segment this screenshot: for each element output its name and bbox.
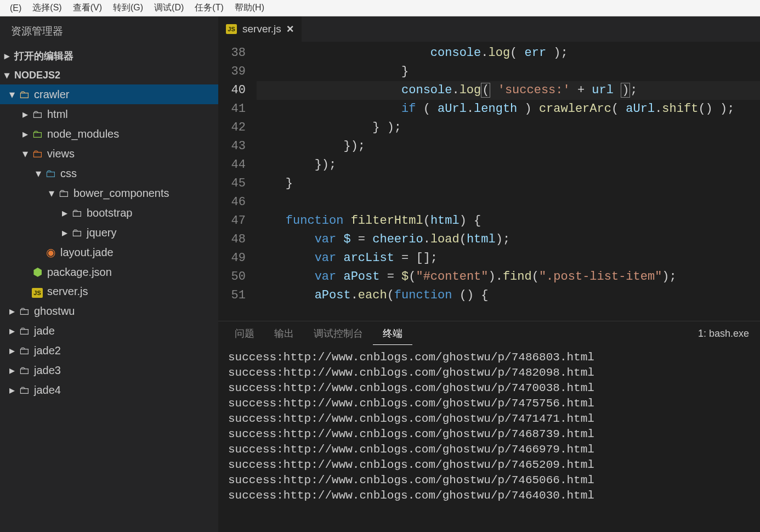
- jade-file-icon: ◉: [44, 246, 57, 259]
- menu-item[interactable]: 查看(V): [67, 2, 107, 14]
- tree-folder[interactable]: 🗀jade3: [0, 360, 218, 380]
- panel-tabs: 问题 输出 调试控制台 终端 1: bash.exe: [218, 321, 760, 346]
- terminal-line: success:http://www.cnblogs.com/ghostwu/p…: [228, 442, 750, 457]
- tree-file[interactable]: ◉layout.jade: [0, 242, 218, 262]
- menu-item[interactable]: (E): [4, 3, 27, 13]
- tree-item-label: bootstrap: [87, 207, 132, 219]
- code-line[interactable]: }: [257, 174, 760, 193]
- code-line[interactable]: var arcList = [];: [257, 249, 760, 268]
- terminal-line: success:http://www.cnblogs.com/ghostwu/p…: [228, 381, 750, 396]
- tree-item-label: node_modules: [47, 128, 119, 140]
- tree-item-label: jade4: [34, 384, 61, 397]
- folder-icon: 🗀: [18, 364, 31, 377]
- tree-item-label: jade2: [34, 344, 61, 357]
- code-lines[interactable]: console.log( err ); } console.log( 'succ…: [257, 42, 760, 321]
- chevron-right-icon: [59, 226, 70, 239]
- tree-folder[interactable]: 🗀html: [0, 104, 218, 124]
- tree-item-label: css: [60, 167, 77, 180]
- code-line[interactable]: console.log( 'success:' + url );: [257, 81, 760, 100]
- code-line[interactable]: }: [257, 63, 760, 81]
- chevron-right-icon: [7, 383, 18, 397]
- close-icon[interactable]: ×: [287, 22, 294, 36]
- tab-filename: server.js: [242, 23, 281, 35]
- tree-folder[interactable]: 🗀jquery: [0, 223, 218, 242]
- file-tree[interactable]: 🗀crawler🗀html🗀node_modules🗀views🗀css🗀bow…: [0, 84, 218, 532]
- panel-tab-output[interactable]: 输出: [264, 322, 304, 345]
- code-editor[interactable]: 3839404142434445464748495051 console.log…: [218, 42, 760, 321]
- folder-icon: 🗀: [31, 128, 44, 140]
- tree-folder[interactable]: 🗀ghostwu: [0, 301, 218, 321]
- menu-item[interactable]: 选择(S): [27, 2, 67, 14]
- chevron-right-icon: [7, 304, 18, 318]
- chevron-down-icon: [33, 167, 44, 180]
- folder-icon: 🗀: [18, 384, 31, 397]
- tree-file[interactable]: ⬢package.json: [0, 262, 218, 282]
- line-number: 43: [218, 137, 246, 156]
- chevron-right-icon: [7, 344, 18, 357]
- tree-folder[interactable]: 🗀crawler: [0, 84, 218, 104]
- line-number: 50: [218, 268, 246, 286]
- line-number: 49: [218, 249, 246, 268]
- tree-file[interactable]: JSserver.js: [0, 282, 218, 301]
- code-line[interactable]: aPost.each(function () {: [257, 286, 760, 305]
- tree-item-label: server.js: [47, 285, 88, 298]
- tree-item-label: layout.jade: [60, 246, 114, 259]
- panel-tab-problems[interactable]: 问题: [225, 322, 264, 345]
- line-number: 46: [218, 193, 246, 212]
- code-line[interactable]: var $ = cheerio.load(html);: [257, 230, 760, 249]
- editor-pane: JS server.js × 3839404142434445464748495…: [218, 16, 760, 532]
- panel-tab-debug[interactable]: 调试控制台: [304, 322, 373, 345]
- editor-tab[interactable]: JS server.js ×: [218, 16, 302, 42]
- terminal-line: success:http://www.cnblogs.com/ghostwu/p…: [228, 488, 750, 503]
- terminal-line: success:http://www.cnblogs.com/ghostwu/p…: [228, 396, 750, 411]
- terminal-line: success:http://www.cnblogs.com/ghostwu/p…: [228, 457, 750, 473]
- line-number: 44: [218, 156, 246, 174]
- tree-item-label: html: [47, 108, 68, 121]
- open-editors-header[interactable]: 打开的编辑器: [0, 46, 218, 66]
- folder-icon: 🗀: [18, 325, 31, 337]
- project-header[interactable]: NODEJS2: [0, 66, 218, 84]
- tree-folder[interactable]: 🗀node_modules: [0, 124, 218, 144]
- code-line[interactable]: var aPost = $("#content").find(".post-li…: [257, 268, 760, 286]
- json-file-icon: ⬢: [31, 265, 44, 279]
- tree-item-label: jquery: [87, 227, 116, 239]
- tree-item-label: package.json: [47, 266, 112, 279]
- code-line[interactable]: });: [257, 156, 760, 174]
- menubar: (E) 选择(S) 查看(V) 转到(G) 调试(D) 任务(T) 帮助(H): [0, 0, 760, 16]
- tree-folder[interactable]: 🗀jade: [0, 321, 218, 341]
- terminal-output[interactable]: success:http://www.cnblogs.com/ghostwu/p…: [218, 346, 760, 532]
- code-line[interactable]: if ( aUrl.length ) crawlerArc( aUrl.shif…: [257, 100, 760, 118]
- folder-icon: 🗀: [31, 108, 44, 121]
- menu-item[interactable]: 任务(T): [189, 2, 229, 14]
- line-number: 51: [218, 286, 246, 305]
- js-file-icon: JS: [32, 288, 43, 298]
- code-line[interactable]: });: [257, 137, 760, 156]
- menu-item[interactable]: 调试(D): [149, 2, 189, 14]
- code-line[interactable]: console.log( err );: [257, 44, 760, 63]
- terminal-selector[interactable]: 1: bash.exe: [698, 328, 753, 339]
- code-line[interactable]: [257, 193, 760, 212]
- tree-folder[interactable]: 🗀views: [0, 144, 218, 163]
- tree-folder[interactable]: 🗀bower_components: [0, 183, 218, 203]
- tree-item-label: bower_components: [73, 187, 169, 200]
- folder-icon: 🗀: [18, 88, 31, 101]
- tree-folder[interactable]: 🗀jade4: [0, 380, 218, 400]
- folder-icon: 🗀: [70, 207, 83, 219]
- code-line[interactable]: } );: [257, 118, 760, 137]
- chevron-down-icon: [46, 186, 57, 200]
- line-number: 48: [218, 230, 246, 249]
- chevron-down-icon: [20, 147, 31, 160]
- chevron-right-icon: [20, 127, 31, 140]
- panel-tab-terminal[interactable]: 终端: [373, 322, 412, 345]
- folder-icon: 🗀: [18, 344, 31, 357]
- line-number: 42: [218, 118, 246, 137]
- menu-item[interactable]: 帮助(H): [229, 2, 270, 14]
- code-line[interactable]: function filterHtml(html) {: [257, 212, 760, 230]
- tree-folder[interactable]: 🗀bootstrap: [0, 203, 218, 223]
- line-number: 41: [218, 100, 246, 118]
- line-number: 39: [218, 63, 246, 81]
- tree-folder[interactable]: 🗀jade2: [0, 341, 218, 360]
- menu-item[interactable]: 转到(G): [107, 2, 149, 14]
- tree-folder[interactable]: 🗀css: [0, 163, 218, 183]
- chevron-down-icon: [4, 69, 14, 81]
